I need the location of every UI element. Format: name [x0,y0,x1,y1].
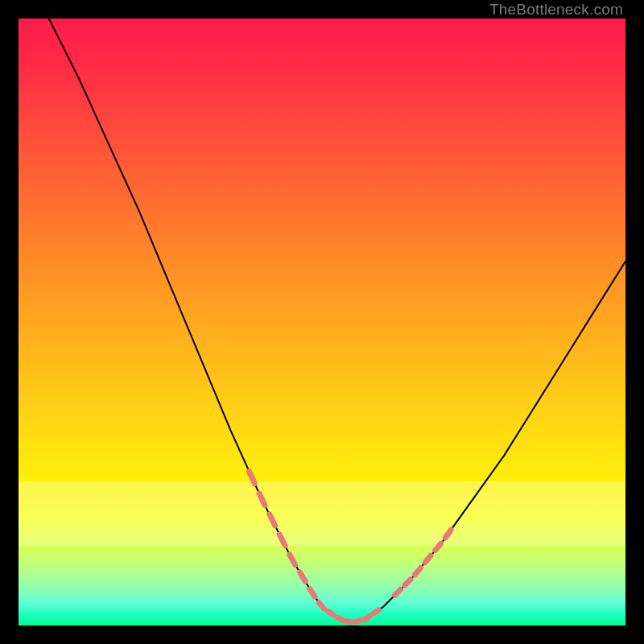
valley-dashes-dash [328,611,333,614]
right-dashes-dash [395,589,401,595]
valley-dashes-dash [346,621,351,622]
watermark-text: TheBottleneck.com [489,1,623,19]
valley-dashes-dash [365,616,369,619]
bottleneck-curve [49,19,625,622]
valley-dashes-dash [310,589,315,597]
right-dashes-dash [445,530,451,538]
right-dashes-dash [415,568,421,574]
highlight-dashes [250,472,452,622]
curve-layer [19,19,625,625]
left-dashes-dash [270,514,275,526]
left-dashes-dash [279,535,285,546]
plot-area [19,19,625,625]
left-dashes-dash [259,493,265,505]
curve-line [49,19,625,622]
left-dashes-dash [250,472,255,484]
left-dashes-dash [299,572,305,582]
valley-dashes-dash [356,621,361,622]
right-dashes-dash [405,580,411,585]
valley-dashes-dash [337,617,342,620]
chart-frame: TheBottleneck.com [0,0,644,644]
right-dashes-dash [436,543,441,550]
valley-dashes-dash [319,603,324,609]
valley-dashes-dash [374,610,378,613]
left-dashes-dash [290,555,295,564]
right-dashes-dash [425,555,431,562]
